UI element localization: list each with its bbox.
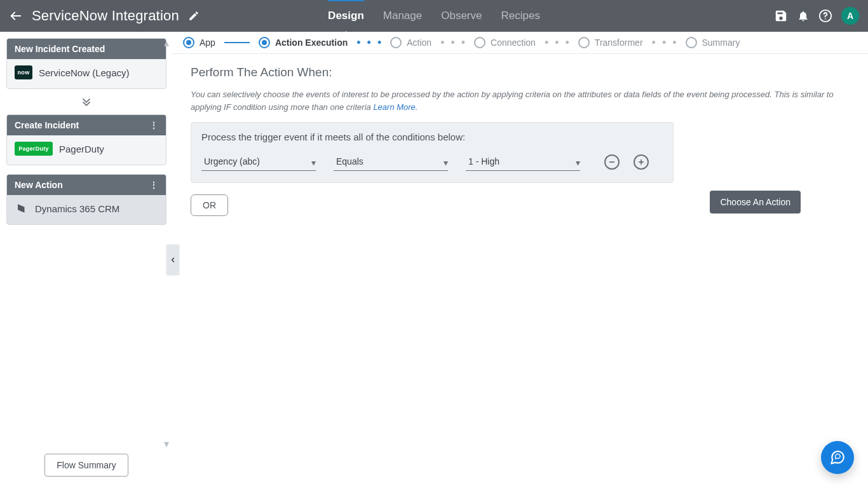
flow-card-app: PagerDuty [59, 144, 104, 154]
step-app[interactable]: App [183, 37, 215, 48]
flow-card-title: Create Incident [15, 120, 79, 130]
flow-card-app: Dynamics 365 CRM [35, 203, 119, 214]
condition-row: Urgency (abc) ▾ Equals ▾ 1 - High ▾ [201, 152, 663, 171]
remove-condition-button[interactable] [604, 154, 620, 170]
conditions-title: Process the trigger event if it meets al… [201, 132, 663, 142]
flow-card[interactable]: New Action ⋮ Dynamics 365 CRM [6, 174, 166, 225]
condition-operator-select[interactable]: Equals ▾ [334, 152, 448, 171]
flow-card-title: New Action [15, 180, 63, 190]
bell-icon[interactable] [797, 10, 810, 22]
tab-recipes[interactable]: Recipes [501, 0, 539, 32]
sidebar-scroll-hints: ▴ ▾ [164, 37, 169, 450]
flow-card-app: ServiceNow (Legacy) [39, 67, 130, 78]
step-ring-icon [578, 37, 590, 48]
step-label: App [200, 37, 215, 48]
learn-more-link[interactable]: Learn More. [373, 102, 417, 112]
caret-down-icon: ▾ [311, 158, 316, 168]
step-ring-icon [474, 37, 485, 48]
content-help: You can selectively choose the events of… [191, 88, 850, 113]
kebab-menu-icon[interactable]: ⋮ [149, 120, 158, 130]
pencil-icon[interactable] [188, 10, 200, 22]
step-label: Action [407, 37, 431, 48]
content-help-text: You can selectively choose the events of… [191, 90, 834, 112]
step-label: Transformer [595, 37, 643, 48]
step-label: Action Execution [275, 37, 348, 48]
condition-value-value: 1 - High [468, 156, 499, 166]
step-ring-icon [390, 37, 402, 48]
content-heading: Perform The Action When: [191, 65, 850, 79]
flow-card-body: now ServiceNow (Legacy) [7, 59, 166, 88]
step-summary[interactable]: Summary [686, 37, 740, 48]
flow-card-title: New Incident Created [15, 44, 105, 54]
content: Perform The Action When: You can selecti… [173, 54, 868, 488]
step-connector [224, 42, 250, 43]
condition-value-select[interactable]: 1 - High ▾ [466, 152, 580, 171]
step-label: Connection [491, 37, 536, 48]
dynamics-365-icon [15, 201, 29, 215]
kebab-menu-icon[interactable]: ⋮ [149, 180, 158, 190]
flow-card-body: Dynamics 365 CRM [7, 195, 166, 224]
condition-field-value: Urgency (abc) [204, 156, 260, 166]
caret-down-icon: ▾ [444, 158, 448, 168]
condition-field-select[interactable]: Urgency (abc) ▾ [201, 152, 316, 171]
back-arrow-icon[interactable] [9, 9, 23, 23]
step-action-execution[interactable]: Action Execution [259, 37, 348, 48]
caret-down-icon: ▾ [576, 158, 580, 168]
flow-summary-wrap: Flow Summary [6, 442, 166, 488]
save-icon[interactable] [774, 9, 788, 23]
flow-connector-icon [6, 95, 166, 108]
topbar-left: ServiceNow Integration [9, 8, 250, 24]
flow-card[interactable]: New Incident Created now ServiceNow (Leg… [6, 38, 166, 89]
topbar: ServiceNow Integration Design Manage Obs… [0, 0, 868, 32]
flow-summary-button[interactable]: Flow Summary [44, 454, 128, 477]
svg-point-2 [825, 18, 826, 20]
step-connection[interactable]: Connection [474, 37, 536, 48]
layout: ▴ ▾ New Incident Created now ServiceNow … [0, 32, 868, 488]
scroll-down-icon[interactable]: ▾ [164, 438, 169, 450]
step-action[interactable]: Action [390, 37, 431, 48]
chat-fab[interactable] [821, 441, 854, 474]
sidebar: ▴ ▾ New Incident Created now ServiceNow … [0, 32, 173, 488]
pagerduty-icon: PagerDuty [15, 142, 53, 156]
sidebar-collapse-handle[interactable] [166, 245, 179, 275]
flow-card[interactable]: Create Incident ⋮ PagerDuty PagerDuty [6, 114, 166, 165]
tab-design[interactable]: Design [328, 0, 364, 32]
footer-actions: OR Choose An Action [191, 183, 801, 216]
condition-operator-value: Equals [336, 156, 363, 166]
scroll-up-icon[interactable]: ▴ [164, 37, 169, 49]
choose-action-button[interactable]: Choose An Action [710, 191, 801, 214]
add-condition-button[interactable] [634, 154, 649, 170]
help-icon[interactable] [818, 9, 832, 23]
main: App Action Execution ••• Action ••• Conn… [173, 32, 868, 488]
flow-card-header: New Incident Created [7, 39, 166, 59]
step-transformer[interactable]: Transformer [578, 37, 643, 48]
step-ring-icon [183, 37, 194, 48]
conditions-box: Process the trigger event if it meets al… [191, 122, 674, 183]
step-ring-icon [686, 37, 697, 48]
top-tabs: Design Manage Observe Recipes [328, 0, 540, 32]
tab-manage[interactable]: Manage [383, 0, 422, 32]
step-ring-icon [259, 37, 270, 48]
condition-row-actions [604, 154, 649, 170]
step-label: Summary [702, 37, 740, 48]
flow-card-body: PagerDuty PagerDuty [7, 135, 166, 165]
topbar-right: A [774, 7, 859, 25]
flow-card-header: New Action ⋮ [7, 175, 166, 195]
servicenow-icon: now [15, 65, 32, 79]
or-button[interactable]: OR [191, 194, 228, 216]
flow-card-header: Create Incident ⋮ [7, 115, 166, 135]
avatar[interactable]: A [841, 7, 859, 25]
page-title: ServiceNow Integration [32, 8, 179, 24]
tab-observe[interactable]: Observe [441, 0, 482, 32]
wizard-steps: App Action Execution ••• Action ••• Conn… [173, 32, 868, 54]
